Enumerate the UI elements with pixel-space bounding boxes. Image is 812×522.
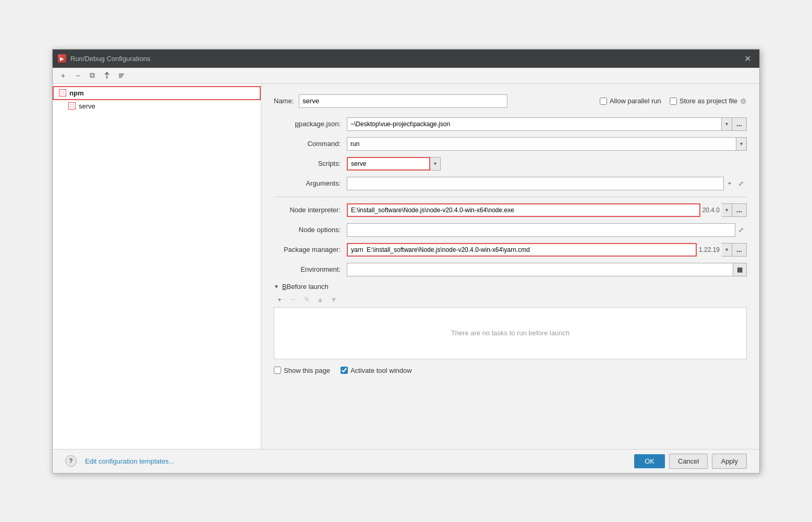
add-config-button[interactable]: + bbox=[57, 70, 69, 81]
collapse-icon: ▼ bbox=[274, 284, 279, 289]
environment-label: Environment: bbox=[274, 265, 347, 273]
allow-parallel-run-label: Allow parallel run bbox=[610, 97, 661, 105]
sidebar-item-npm[interactable]: □ npm bbox=[53, 86, 261, 100]
top-bar: Name: Allow parallel run Store as projec… bbox=[274, 94, 747, 108]
package-manager-input-group: 1.22.19 ▾ ... bbox=[347, 243, 747, 257]
dialog-icon: ▶ bbox=[58, 54, 66, 63]
package-json-dropdown-button[interactable]: ▾ bbox=[722, 117, 732, 131]
environment-edit-button[interactable]: ▦ bbox=[733, 263, 747, 276]
scripts-input-group: ▾ bbox=[347, 157, 747, 171]
activate-tool-window-checkbox[interactable] bbox=[341, 367, 348, 374]
bottom-checkboxes-row: Show this page Activate tool window bbox=[274, 367, 747, 374]
package-manager-version-label: 1.22.19 bbox=[699, 246, 720, 253]
before-launch-empty-text: There are no tasks to run before launch bbox=[451, 329, 570, 337]
command-row: Command: ▾ bbox=[274, 137, 747, 151]
arguments-add-button[interactable]: + bbox=[724, 177, 735, 190]
options-row: Allow parallel run Store as project file… bbox=[600, 97, 747, 105]
allow-parallel-run-checkbox[interactable] bbox=[600, 98, 607, 105]
show-this-page-group: Show this page bbox=[274, 367, 330, 374]
show-this-page-label: Show this page bbox=[284, 367, 330, 374]
apply-button[interactable]: Apply bbox=[712, 454, 747, 469]
node-options-label: Node options: bbox=[274, 226, 347, 234]
package-manager-input[interactable] bbox=[347, 243, 697, 257]
node-version-label: 20.4.0 bbox=[702, 207, 720, 214]
bottom-right: OK Cancel Apply bbox=[634, 454, 747, 469]
activate-tool-window-label: Activate tool window bbox=[350, 367, 412, 374]
scripts-input[interactable] bbox=[347, 157, 430, 171]
name-input[interactable] bbox=[299, 94, 507, 108]
main-content: □ npm □ serve Name: Allow parallel bbox=[53, 84, 759, 449]
edit-templates-link[interactable]: Edit configuration templates... bbox=[85, 457, 174, 465]
package-json-browse-button[interactable]: ... bbox=[732, 117, 747, 131]
node-interpreter-label: Node interpreter: bbox=[274, 206, 347, 214]
scripts-dropdown-button[interactable]: ▾ bbox=[430, 157, 441, 171]
sidebar-item-serve[interactable]: □ serve bbox=[53, 100, 261, 112]
environment-input-group: ▦ bbox=[347, 263, 747, 276]
node-interpreter-browse-button[interactable]: ... bbox=[732, 203, 747, 217]
before-launch-move-down-button[interactable]: ▼ bbox=[328, 295, 340, 305]
run-debug-configurations-dialog: ▶ Run/Debug Configurations ✕ + − ⧉ bbox=[52, 49, 760, 474]
sidebar-item-npm-label: npm bbox=[69, 89, 83, 97]
ok-button[interactable]: OK bbox=[634, 454, 665, 468]
node-options-input-group: ⤢ bbox=[347, 223, 747, 237]
sidebar: □ npm □ serve bbox=[53, 84, 261, 449]
node-options-row: Node options: ⤢ bbox=[274, 223, 747, 237]
allow-parallel-run-group: Allow parallel run bbox=[600, 97, 661, 105]
before-launch-area: There are no tasks to run before launch bbox=[274, 307, 747, 359]
store-as-project-file-label: Store as project file bbox=[680, 97, 737, 105]
sort-config-button[interactable] bbox=[115, 70, 128, 81]
separator1 bbox=[274, 197, 747, 197]
config-panel: Name: Allow parallel run Store as projec… bbox=[261, 84, 759, 449]
node-options-input[interactable] bbox=[347, 223, 735, 237]
arguments-expand-button[interactable]: ⤢ bbox=[735, 177, 747, 190]
command-label: Command: bbox=[274, 140, 347, 148]
command-dropdown-button[interactable]: ▾ bbox=[736, 137, 747, 151]
close-button[interactable]: ✕ bbox=[741, 53, 754, 65]
package-json-label: ppackage.json: bbox=[274, 120, 347, 128]
command-input[interactable] bbox=[347, 137, 736, 151]
arguments-row: Arguments: + ⤢ bbox=[274, 177, 747, 190]
before-launch-section: ▼ BBefore launch + − ✎ ▲ ▼ There are no … bbox=[274, 283, 747, 359]
help-button[interactable]: ? bbox=[65, 455, 77, 467]
npm-icon: □ bbox=[59, 89, 66, 96]
toolbar: + − ⧉ bbox=[53, 68, 759, 84]
store-as-project-file-checkbox[interactable] bbox=[670, 98, 677, 105]
activate-tool-window-group: Activate tool window bbox=[341, 367, 412, 374]
package-manager-dropdown-button[interactable]: ▾ bbox=[722, 243, 732, 257]
package-json-input[interactable] bbox=[347, 117, 722, 131]
gear-icon: ⚙ bbox=[740, 97, 747, 105]
before-launch-header[interactable]: ▼ BBefore launch bbox=[274, 283, 747, 290]
arguments-input-group: + ⤢ bbox=[347, 177, 747, 190]
node-interpreter-row: Node interpreter: 20.4.0 ▾ ... bbox=[274, 203, 747, 217]
before-launch-move-up-button[interactable]: ▲ bbox=[314, 295, 326, 305]
title-bar-left: ▶ Run/Debug Configurations bbox=[58, 54, 150, 63]
serve-icon: □ bbox=[68, 102, 76, 110]
scripts-row: Scripts: ▾ bbox=[274, 157, 747, 171]
arguments-label: Arguments: bbox=[274, 179, 347, 187]
bottom-bar: ? Edit configuration templates... OK Can… bbox=[53, 449, 759, 473]
remove-config-button[interactable]: − bbox=[71, 70, 84, 81]
node-interpreter-input-group: 20.4.0 ▾ ... bbox=[347, 203, 747, 217]
package-manager-browse-button[interactable]: ... bbox=[732, 243, 747, 257]
package-manager-row: Package manager: 1.22.19 ▾ ... bbox=[274, 243, 747, 257]
command-input-group: ▾ bbox=[347, 137, 747, 151]
node-interpreter-input[interactable] bbox=[347, 203, 700, 217]
move-config-button[interactable] bbox=[101, 70, 113, 81]
before-launch-edit-button[interactable]: ✎ bbox=[301, 295, 312, 305]
scripts-label: Scripts: bbox=[274, 160, 347, 167]
before-launch-label: BBefore launch bbox=[282, 283, 329, 290]
environment-input[interactable] bbox=[347, 263, 733, 276]
copy-config-button[interactable]: ⧉ bbox=[86, 70, 99, 81]
package-manager-label: Package manager: bbox=[274, 246, 347, 253]
show-this-page-checkbox[interactable] bbox=[274, 367, 281, 374]
before-launch-remove-button[interactable]: − bbox=[287, 295, 299, 305]
before-launch-add-button[interactable]: + bbox=[274, 295, 285, 305]
package-json-row: ppackage.json: ▾ ... bbox=[274, 117, 747, 131]
dialog-title: Run/Debug Configurations bbox=[70, 55, 150, 63]
arguments-input[interactable] bbox=[347, 177, 724, 190]
node-interpreter-dropdown-button[interactable]: ▾ bbox=[722, 203, 732, 217]
node-options-expand-button[interactable]: ⤢ bbox=[735, 223, 747, 237]
before-launch-toolbar: + − ✎ ▲ ▼ bbox=[274, 295, 747, 305]
package-json-input-group: ▾ ... bbox=[347, 117, 747, 131]
cancel-button[interactable]: Cancel bbox=[669, 454, 708, 469]
